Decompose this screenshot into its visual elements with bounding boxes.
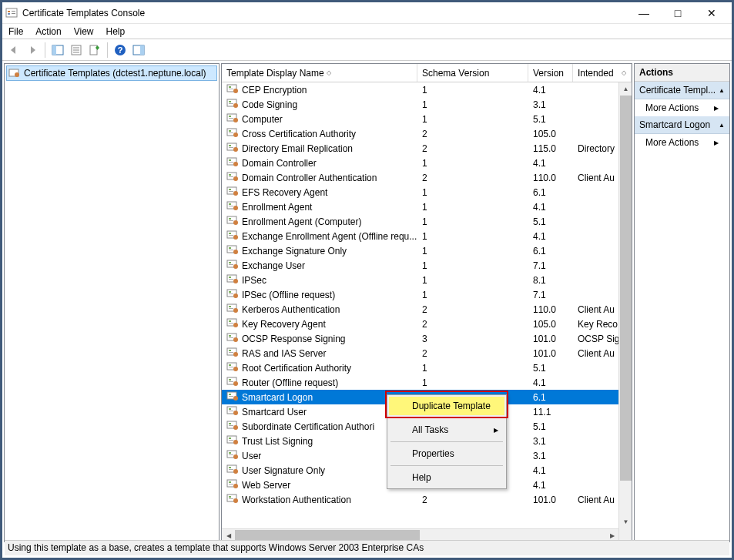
table-row[interactable]: Domain Controller Authentication2110.0Cl… [222,170,632,185]
menu-help[interactable]: Help [106,26,126,37]
menu-item-duplicate-template[interactable]: Duplicate Template [389,397,504,415]
template-icon [226,331,239,346]
table-row[interactable]: Kerberos Authentication2110.0Client Au [222,302,632,317]
svg-point-101 [233,381,238,386]
col-header-version[interactable]: Version [528,64,573,82]
cell-schema: 2 [417,319,528,330]
template-icon [226,243,239,258]
show-hide-tree-button[interactable] [49,42,66,59]
toolbar: ? [2,39,732,61]
show-hide-action-pane-button[interactable] [130,42,147,59]
table-row[interactable]: Workstation Authentication2101.0Client A… [222,492,632,507]
minimize-button[interactable]: — [627,2,661,24]
table-row[interactable]: OCSP Response Signing3101.0OCSP Sig [222,331,632,346]
svg-rect-99 [229,379,231,381]
svg-rect-36 [229,147,233,148]
svg-rect-32 [229,132,233,133]
svg-point-25 [233,103,238,108]
toolbar-separator [45,42,45,58]
table-row[interactable]: Cross Certification Authority2105.0 [222,126,632,141]
template-name: User [242,451,261,461]
table-row[interactable]: EFS Recovery Agent16.1 [222,185,632,200]
svg-point-121 [233,454,238,459]
menu-item-help[interactable]: Help [389,468,504,487]
scroll-up-button[interactable]: ▲ [619,82,632,96]
back-button[interactable] [5,42,22,59]
table-row[interactable]: Exchange Signature Only16.1 [222,243,632,258]
menu-item-properties[interactable]: Properties [389,444,504,463]
menu-action[interactable]: Action [35,26,61,37]
actions-section-label: Certificate Templ... [639,85,716,96]
cell-version: 5.1 [528,216,573,227]
properties-button[interactable] [68,42,85,59]
help-button[interactable]: ? [112,42,129,59]
svg-rect-31 [229,130,231,132]
menu-separator [390,441,503,442]
template-name: Computer [242,114,283,125]
svg-point-49 [233,191,238,196]
cell-schema: 1 [417,260,528,271]
actions-more-1[interactable]: More Actions▶ [635,99,729,116]
cell-schema: 2 [417,129,528,139]
svg-rect-84 [229,323,233,324]
menu-view[interactable]: View [74,26,94,37]
scroll-down-button[interactable]: ▼ [619,515,632,528]
table-row[interactable]: Key Recovery Agent2105.0Key Reco [222,317,632,331]
cell-schema: 1 [417,246,528,257]
menu-item-label: Properties [412,448,454,459]
cell-schema: 1 [417,85,528,96]
template-name: RAS and IAS Server [242,348,326,359]
template-icon [226,478,239,492]
tree-root-item[interactable]: Certificate Templates (dctest1.neptune.l… [6,65,217,81]
export-list-button[interactable] [86,42,103,59]
table-row[interactable]: Computer15.1 [222,112,632,126]
svg-point-37 [233,147,238,152]
table-row[interactable]: Directory Email Replication2115.0Directo… [222,141,632,156]
table-row[interactable]: Root Certification Authority15.1 [222,360,632,375]
actions-section-templates[interactable]: Certificate Templ...▲ [635,82,729,99]
cell-schema: 1 [417,158,528,169]
table-row[interactable]: RAS and IAS Server2101.0Client Au [222,346,632,360]
scroll-thumb[interactable] [620,96,632,481]
template-name: Exchange Signature Only [242,246,347,257]
svg-rect-48 [229,191,233,192]
actions-item-label: More Actions [645,137,699,148]
col-header-intended[interactable]: Intended◇ [573,64,632,82]
table-row[interactable]: Router (Offline request)14.1 [222,375,632,390]
table-row[interactable]: Enrollment Agent14.1 [222,200,632,214]
cell-name: Key Recovery Agent [222,317,417,331]
table-row[interactable]: IPSec (Offline request)17.1 [222,287,632,302]
table-row[interactable]: Domain Controller14.1 [222,156,632,170]
svg-rect-52 [229,206,233,206]
cell-name: Router (Offline request) [222,375,417,390]
collapse-icon: ▲ [719,87,725,94]
table-row[interactable]: Code Signing13.1 [222,97,632,112]
close-button[interactable]: ✕ [695,2,729,24]
cell-name: Domain Controller Authentication [222,170,417,185]
template-name: Enrollment Agent [242,202,312,213]
table-row[interactable]: IPSec18.1 [222,273,632,287]
cell-schema: 2 [417,495,528,505]
truncation-indicator-icon: ◇ [622,69,626,76]
svg-rect-88 [229,337,233,338]
vertical-scrollbar[interactable]: ▲ ▼ [618,82,632,542]
table-row[interactable]: Enrollment Agent (Computer)15.1 [222,214,632,229]
svg-rect-4 [12,13,15,14]
col-header-schema[interactable]: Schema Version [417,64,528,82]
menu-item-all-tasks[interactable]: All Tasks [389,421,504,439]
actions-more-2[interactable]: More Actions▶ [635,134,729,151]
svg-rect-124 [229,469,233,470]
maximize-button[interactable]: □ [661,2,695,24]
col-header-name[interactable]: Template Display Name◇ [222,64,417,82]
table-row[interactable]: Exchange Enrollment Agent (Offline requ.… [222,229,632,243]
table-row[interactable]: CEP Encryption14.1 [222,82,632,97]
cell-name: Exchange User [222,258,417,273]
svg-rect-75 [229,291,231,293]
forward-button[interactable] [24,42,41,59]
table-row[interactable]: Exchange User17.1 [222,258,632,273]
cell-version: 3.1 [528,436,573,447]
menu-file[interactable]: File [8,26,23,37]
svg-rect-15 [140,45,144,55]
actions-section-smartcard[interactable]: Smartcard Logon▲ [635,116,729,134]
cell-name: Domain Controller [222,156,417,170]
